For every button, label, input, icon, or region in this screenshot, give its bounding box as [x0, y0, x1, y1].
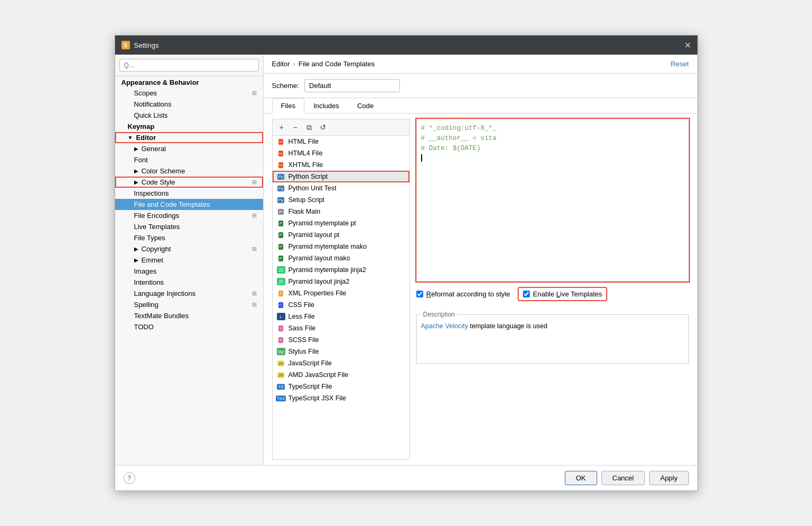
sidebar-item-editor[interactable]: ▼ Editor: [115, 132, 263, 143]
file-item-html4[interactable]: H HTML4 File: [273, 147, 409, 159]
sidebar-item-file-types[interactable]: File Types: [115, 232, 263, 243]
file-item-flask-main[interactable]: Fl Flask Main: [273, 206, 409, 217]
tabs-row: Files Includes Code: [264, 98, 697, 113]
sidebar-item-file-and-code-templates[interactable]: File and Code Templates: [115, 199, 263, 210]
help-button[interactable]: ?: [124, 472, 135, 484]
xml-icon: X: [277, 290, 285, 297]
file-item-setup-script[interactable]: Py Setup Script: [273, 194, 409, 206]
sidebar-item-notifications[interactable]: Notifications: [115, 99, 263, 110]
sidebar-item-font[interactable]: Font: [115, 154, 263, 165]
reformat-checkbox-label[interactable]: Reformat according to style: [416, 290, 510, 298]
spelling-copy-icon: ⊞: [252, 301, 257, 308]
sidebar-item-quick-lists-label: Quick Lists: [134, 111, 168, 119]
tab-files[interactable]: Files: [272, 98, 304, 113]
file-item-stylus-label: Stylus File: [289, 348, 319, 355]
file-item-pyramid-mytemplate-pt[interactable]: P Pyramid mytemplate pt: [273, 217, 409, 229]
less-icon: L: [277, 313, 285, 320]
scheme-label: Scheme:: [272, 82, 299, 90]
sidebar-item-editor-label: Editor: [136, 134, 156, 142]
tsx-icon: TSX: [277, 394, 285, 402]
file-item-pyramid-mytemplate-mako-label: Pyramid mytemplate mako: [289, 243, 367, 250]
ok-button[interactable]: OK: [565, 471, 597, 485]
remove-button[interactable]: −: [290, 121, 301, 133]
file-item-amd-js-label: AMD JavaScript File: [289, 371, 348, 379]
sidebar-item-file-encodings[interactable]: File Encodings ⊞: [115, 210, 263, 221]
file-item-amd-javascript[interactable]: JS AMD JavaScript File: [273, 369, 409, 381]
reset-toolbar-button[interactable]: ↺: [317, 121, 329, 133]
file-item-less[interactable]: L Less File: [273, 311, 409, 322]
sidebar-item-code-style[interactable]: ▶ Code Style ⊞: [115, 177, 263, 188]
file-item-pyramid-layout-pt[interactable]: P Pyramid layout pt: [273, 229, 409, 241]
apply-button[interactable]: Apply: [649, 471, 689, 485]
sidebar-item-quick-lists[interactable]: Quick Lists: [115, 110, 263, 121]
code-editor[interactable]: # *_coding:utf-8_*_ # __author__ = vita …: [416, 119, 689, 282]
file-item-python-unit-test[interactable]: Py Python Unit Test: [273, 182, 409, 194]
file-item-xml-properties[interactable]: X XML Properties File: [273, 287, 409, 299]
sidebar-item-intentions[interactable]: Intentions: [115, 277, 263, 288]
file-item-typescript-jsx[interactable]: TSX TypeScript JSX File: [273, 392, 409, 404]
sidebar-item-textmate-bundles[interactable]: TextMate Bundles: [115, 310, 263, 321]
html-file-icon: H: [277, 138, 285, 145]
sidebar-item-keymap[interactable]: Keymap: [115, 121, 263, 132]
file-item-pyramid-mytemplate-mako[interactable]: P Pyramid mytemplate mako: [273, 241, 409, 252]
file-item-stylus[interactable]: Styl Stylus File: [273, 346, 409, 357]
file-item-css[interactable]: C CSS File: [273, 299, 409, 311]
scss-icon: S: [277, 336, 285, 344]
sidebar-item-textmate-label: TextMate Bundles: [134, 312, 189, 320]
sidebar-item-spelling[interactable]: Spelling ⊞: [115, 299, 263, 310]
file-item-typescript[interactable]: TS TypeScript File: [273, 381, 409, 392]
scheme-select[interactable]: Default Project: [304, 79, 400, 92]
sidebar-item-copyright[interactable]: ▶ Copyright ⊞: [115, 243, 263, 255]
sidebar-item-emmet[interactable]: ▶ Emmet: [115, 255, 263, 266]
sidebar-item-inspections-label: Inspections: [134, 189, 169, 197]
file-item-html[interactable]: H HTML File: [273, 136, 409, 147]
file-item-less-label: Less File: [289, 313, 315, 320]
xhtml-file-icon: H: [277, 161, 285, 169]
file-item-pyramid-layout-mako[interactable]: P Pyramid layout mako: [273, 252, 409, 264]
reformat-checkbox[interactable]: [416, 291, 423, 297]
tab-includes[interactable]: Includes: [304, 98, 348, 113]
file-item-scss[interactable]: S SCSS File: [273, 334, 409, 346]
file-list-toolbar: + − ⧉ ↺: [273, 119, 409, 136]
sidebar-item-general[interactable]: ▶ General: [115, 143, 263, 154]
sidebar-item-live-templates[interactable]: Live Templates: [115, 221, 263, 232]
sidebar-item-inspections[interactable]: Inspections: [115, 188, 263, 199]
description-legend: Description: [421, 311, 457, 318]
sidebar-item-color-scheme[interactable]: ▶ Color Scheme: [115, 165, 263, 177]
file-item-pyramid-jinja2[interactable]: J2 Pyramid mytemplate jinja2: [273, 264, 409, 276]
file-item-css-label: CSS File: [289, 301, 315, 309]
file-item-xhtml[interactable]: H XHTML File: [273, 159, 409, 171]
add-button[interactable]: +: [276, 121, 287, 133]
file-item-python-script[interactable]: Py Python Script: [273, 171, 409, 182]
reset-button[interactable]: Reset: [671, 60, 689, 68]
file-item-pyramid-layout-jinja2-label: Pyramid layout jinja2: [289, 278, 350, 285]
py-script-icon: Py: [277, 173, 285, 180]
file-item-pyramid-layout-jinja2[interactable]: J2 Pyramid layout jinja2: [273, 276, 409, 287]
close-button[interactable]: ✕: [684, 40, 691, 50]
cancel-button[interactable]: Cancel: [601, 471, 645, 485]
pyramid-mako-icon: P: [277, 243, 285, 250]
tab-code[interactable]: Code: [348, 98, 382, 113]
file-item-html-label: HTML File: [289, 138, 319, 145]
sidebar-item-language-injections[interactable]: Language Injections ⊞: [115, 288, 263, 299]
sidebar-item-images[interactable]: Images: [115, 266, 263, 277]
enable-live-templates-label[interactable]: Enable Live Templates: [519, 288, 607, 300]
sass-icon: S: [277, 325, 285, 332]
copy-button[interactable]: ⧉: [303, 121, 315, 133]
file-item-python-script-label: Python Script: [289, 173, 328, 180]
code-line-1: # *_coding:utf-8_*_: [421, 124, 684, 134]
sidebar-item-spelling-label: Spelling: [134, 301, 159, 309]
file-item-javascript[interactable]: JS JavaScript File: [273, 357, 409, 369]
enable-live-checkbox[interactable]: [523, 291, 530, 297]
file-list: H HTML File H HTML4 File H XHTML File: [273, 136, 409, 459]
dialog-title: Settings: [134, 41, 159, 49]
pyramid-layout-pt-icon: P: [277, 231, 285, 239]
description-container: Description Apache Velocity template lan…: [416, 311, 689, 364]
dialog-body: Appearance & Behavior Scopes ⊞ Notificat…: [115, 55, 697, 465]
sidebar-item-font-label: Font: [134, 156, 148, 164]
sidebar-item-scopes[interactable]: Scopes ⊞: [115, 87, 263, 99]
search-input[interactable]: [119, 59, 259, 72]
file-item-sass[interactable]: S Sass File: [273, 322, 409, 334]
sidebar-item-todo[interactable]: TODO: [115, 321, 263, 332]
apache-velocity-link[interactable]: Apache Velocity: [421, 322, 468, 330]
